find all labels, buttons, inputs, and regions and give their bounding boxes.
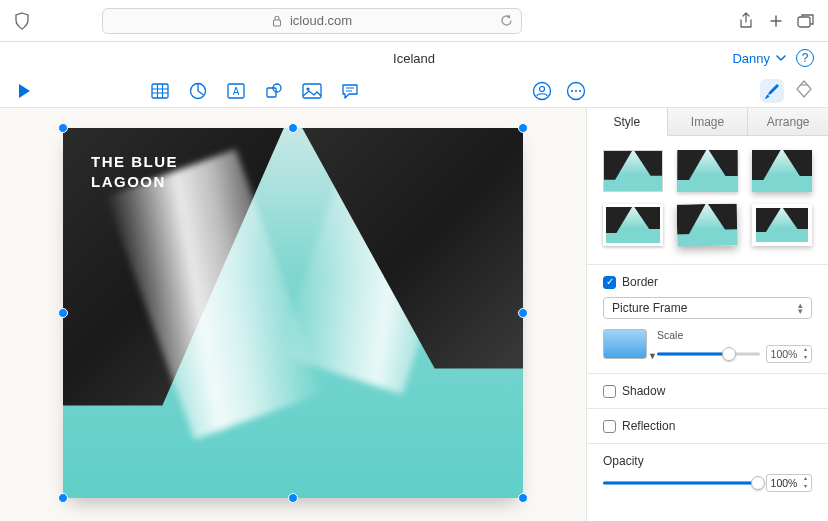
play-button[interactable]: [14, 81, 34, 101]
style-preset-4[interactable]: [603, 204, 663, 246]
svg-text:A: A: [233, 86, 240, 97]
style-preset-3[interactable]: [752, 150, 812, 192]
image-caption: THE BLUE LAGOON: [91, 152, 178, 193]
style-preset-1[interactable]: [603, 150, 663, 192]
chart-icon[interactable]: [188, 81, 208, 101]
format-sidebar: Style Image Arrange Border Picture Frame…: [586, 108, 828, 521]
border-color-swatch[interactable]: ▼: [603, 329, 647, 359]
more-icon[interactable]: [566, 81, 586, 101]
border-checkbox[interactable]: [603, 276, 616, 289]
resize-handle-bc[interactable]: [288, 493, 298, 503]
chevron-down-icon: [776, 55, 786, 61]
document-title: Iceland: [393, 51, 435, 66]
opacity-stepper[interactable]: ▴▾: [801, 475, 810, 491]
resize-handle-tr[interactable]: [518, 123, 528, 133]
reflection-section: Reflection: [587, 409, 828, 444]
opacity-value: 100%: [771, 477, 798, 489]
chevron-up-down-icon: ▴▾: [798, 302, 803, 315]
resize-handle-tc[interactable]: [288, 123, 298, 133]
scale-slider[interactable]: [657, 347, 760, 361]
scale-value-input[interactable]: 100% ▴▾: [766, 345, 812, 363]
address-bar[interactable]: icloud.com: [102, 8, 522, 34]
lock-icon: [272, 15, 282, 27]
style-presets: [587, 136, 828, 265]
user-name: Danny: [732, 51, 770, 66]
opacity-label: Opacity: [603, 454, 644, 468]
style-preset-2[interactable]: [677, 150, 737, 192]
browser-toolbar: icloud.com: [0, 0, 828, 42]
refresh-icon[interactable]: [500, 14, 513, 27]
opacity-slider[interactable]: [603, 476, 758, 490]
resize-handle-br[interactable]: [518, 493, 528, 503]
border-section: Border Picture Frame ▴▾ ▼ Scale: [587, 265, 828, 374]
sidebar-tabs: Style Image Arrange: [587, 108, 828, 136]
insert-tools: A: [150, 81, 360, 101]
tab-image[interactable]: Image: [668, 108, 749, 135]
collaborate-icon[interactable]: [532, 81, 552, 101]
resize-handle-tl[interactable]: [58, 123, 68, 133]
user-menu[interactable]: Danny: [732, 51, 786, 66]
privacy-shield-icon[interactable]: [12, 11, 32, 31]
share-icon[interactable]: [736, 11, 756, 31]
text-icon[interactable]: A: [226, 81, 246, 101]
url-text: icloud.com: [290, 13, 352, 28]
scale-value: 100%: [771, 348, 798, 360]
reflection-label: Reflection: [622, 419, 675, 433]
document-settings-icon[interactable]: [794, 79, 814, 99]
opacity-value-input[interactable]: 100% ▴▾: [766, 474, 812, 492]
scale-label: Scale: [657, 329, 683, 341]
help-icon[interactable]: ?: [796, 49, 814, 67]
svg-rect-0: [273, 20, 280, 26]
svg-point-11: [540, 86, 545, 91]
border-type-select[interactable]: Picture Frame ▴▾: [603, 297, 812, 319]
document-header: Iceland Danny ?: [0, 42, 828, 74]
opacity-section: Opacity 100% ▴▾: [587, 444, 828, 502]
shadow-label: Shadow: [622, 384, 665, 398]
style-preset-6[interactable]: [752, 204, 812, 246]
resize-handle-mr[interactable]: [518, 308, 528, 318]
shape-icon[interactable]: [264, 81, 284, 101]
svg-rect-6: [267, 88, 276, 97]
resize-handle-ml[interactable]: [58, 308, 68, 318]
media-icon[interactable]: [302, 81, 322, 101]
style-preset-5[interactable]: [677, 203, 738, 246]
border-type-value: Picture Frame: [612, 301, 687, 315]
svg-point-9: [306, 87, 309, 90]
main-area: THE BLUE LAGOON Style Image Arrange: [0, 108, 828, 521]
scale-stepper[interactable]: ▴▾: [801, 346, 810, 362]
selected-image[interactable]: THE BLUE LAGOON: [63, 128, 523, 498]
svg-rect-1: [798, 17, 810, 27]
comment-icon[interactable]: [340, 81, 360, 101]
resize-handle-bl[interactable]: [58, 493, 68, 503]
tabs-overview-icon[interactable]: [796, 11, 816, 31]
toolbar-right: [532, 79, 814, 103]
editor-toolbar: A: [0, 74, 828, 108]
canvas[interactable]: THE BLUE LAGOON: [0, 108, 586, 521]
border-label: Border: [622, 275, 658, 289]
chevron-down-icon: ▼: [648, 351, 657, 361]
svg-point-15: [579, 89, 581, 91]
tab-style[interactable]: Style: [587, 108, 668, 136]
svg-point-13: [571, 89, 573, 91]
new-tab-icon[interactable]: [766, 11, 786, 31]
table-icon[interactable]: [150, 81, 170, 101]
tab-arrange[interactable]: Arrange: [748, 108, 828, 135]
svg-rect-2: [152, 84, 168, 98]
shadow-checkbox[interactable]: [603, 385, 616, 398]
svg-point-14: [575, 89, 577, 91]
shadow-section: Shadow: [587, 374, 828, 409]
reflection-checkbox[interactable]: [603, 420, 616, 433]
format-paintbrush-icon[interactable]: [760, 79, 784, 103]
svg-rect-8: [303, 84, 321, 98]
